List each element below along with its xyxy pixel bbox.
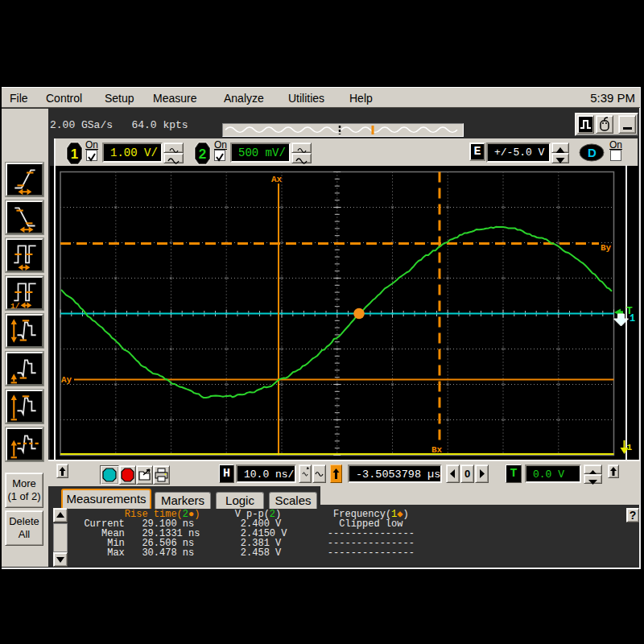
svg-text:1/: 1/: [10, 302, 20, 308]
svg-text:Ax: Ax: [271, 175, 283, 184]
svg-text:Ay: Ay: [61, 375, 72, 385]
svg-text:2: 2: [199, 147, 206, 162]
svg-text:1: 1: [630, 313, 635, 324]
svg-text:1: 1: [627, 443, 633, 452]
svg-text:1: 1: [71, 147, 78, 162]
svg-text:D: D: [588, 146, 597, 159]
svg-text:By: By: [601, 243, 612, 253]
